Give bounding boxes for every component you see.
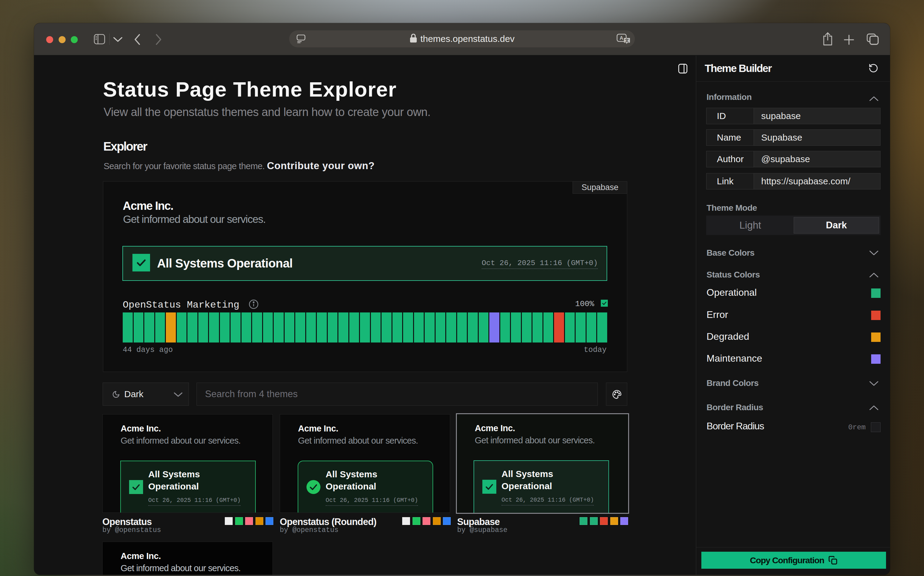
svg-text:A: A [620,35,623,41]
svg-text:文: 文 [625,38,629,43]
